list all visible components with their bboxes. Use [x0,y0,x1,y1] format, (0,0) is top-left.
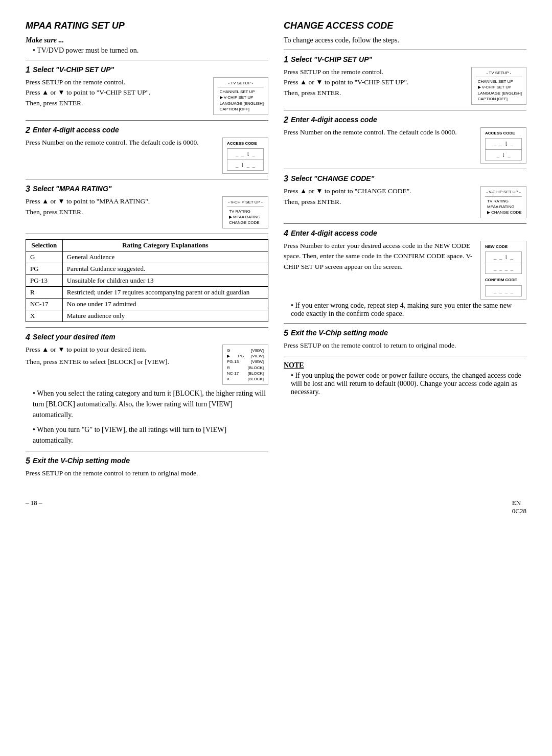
diag-item-channel: CHANNEL SET UP [218,89,264,95]
left-step-3: 3 Select "MPAA RATING" Press ▲ or ▼ to p… [26,185,268,228]
divider-3 [26,179,268,179]
left-step-1-diagram: - TV SETUP - CHANNEL SET UP ▶ V-CHIP SET… [213,77,268,115]
right-step-5: 5 Exit the V-Chip setting mode Press SET… [284,329,526,351]
left-step-3-text: Press ▲ or ▼ to point to "MPAA RATING". … [26,196,217,217]
diag-item-channel-r: CHANNEL SET UP [476,79,522,84]
right-divider-6 [284,356,526,356]
left-step-5: 5 Exit the V-Chip setting mode Press SET… [26,456,268,478]
diag-item-changecode-r: ▶ CHANGE CODE [485,210,522,215]
diag-item-change-code: CHANGE CODE [227,220,264,225]
right-intro: To change access code, follow the steps. [284,36,526,44]
page-container: MPAA RATING SET UP Make sure ... • TV/DV… [26,20,526,484]
right-step-4: 4 Enter 4-digit access code Press Number… [284,229,526,318]
table-row: PG-13 Unsuitable for children under 13 [26,275,268,287]
left-step-2-text: Press Number on the remote control. The … [26,138,217,148]
diag-row-g: G[VIEW] [227,348,264,353]
diag-item-tv-rating: TV RATING [227,209,264,214]
table-cell-desc: Unsuitable for children under 13 [62,275,268,287]
right-note: NOTE • If you unplug the power code or p… [284,361,526,396]
right-step-1-diag-header: - TV SETUP - [476,70,522,77]
right-divider-2 [284,110,526,110]
table-row: G General Audience [26,251,268,263]
right-step-3-heading: 3 Select "CHANGE CODE" [284,174,526,184]
table-row: PG Parental Guidance suggested. [26,263,268,275]
right-step-4-new-code-value: _ _ ⌊ _ [485,251,522,263]
right-step-3: 3 Select "CHANGE CODE" Press ▲ or ▼ to p… [284,174,526,218]
divider-2 [26,120,268,121]
left-step-5-heading: 5 Exit the V-Chip setting mode [26,456,268,466]
left-step-2-content: Press Number on the remote control. The … [26,138,268,174]
left-step-4-diagram: G[VIEW] ▶PG[VIEW] PG-13[VIEW] R[BLOCK] N… [222,345,268,385]
rating-table: Selection Rating Category Explanations G… [26,239,268,322]
left-step-2-diagram: ACCESS CODE _ _ ⌊ _ _ ⌊ _ _ [222,138,268,174]
footer-lang-code: EN 0C28 [512,499,526,515]
right-step-4-diagram: NEW CODE _ _ ⌊ _ _ _ _ _ CONFIRM CODE _ … [480,241,526,300]
divider-1 [26,60,268,60]
diag-item-language: LANGUAGE [ENGLISH] [218,101,264,106]
note-heading: NOTE [284,361,526,370]
left-step-3-content: Press ▲ or ▼ to point to "MPAA RATING". … [26,196,268,228]
left-step-4-bullet1: • When you select the rating category an… [33,388,268,420]
right-step-2: 2 Enter 4-digit access code Press Number… [284,116,526,164]
left-step-4-content: Press ▲ or ▼ to point to your desired it… [26,345,268,385]
right-step-1-heading: 1 Select "V-CHIP SET UP" [284,55,526,64]
table-cell-desc: Restricted; under 17 requires accompanyi… [62,287,268,299]
right-divider-3 [284,169,526,169]
diag-row-pg: ▶PG[VIEW] [227,353,264,359]
left-step-5-text: Press SETUP on the remote control to ret… [26,468,268,478]
left-step-1: 1 Select "V-CHIP SET UP" Press SETUP on … [26,65,268,115]
right-step-1-diagram: - TV SETUP - CHANNEL SET UP ▶ V-CHIP SET… [471,67,526,105]
page-footer: – 18 – EN 0C28 [26,499,526,515]
right-divider-4 [284,223,526,224]
table-cell-sel: PG-13 [26,275,63,287]
right-step-2-content: Press Number on the remote control. The … [284,127,526,164]
left-step-3-diagram: - V-CHIP SET UP - TV RATING ▶ MPAA RATIN… [222,196,268,228]
diag-item-caption: CAPTION [OFF] [218,106,264,112]
diag-item-language-r: LANGUAGE [ENGLISH] [476,90,522,96]
right-step-2-heading: 2 Enter 4-digit access code [284,116,526,125]
right-step-2-diagram: ACCESS CODE _ _ ⌊ _ _ ⌊ _ [480,127,526,164]
make-sure-bullet: • TV/DVD power must be turned on. [33,47,268,55]
right-step-2-diag-subvalue: _ ⌊ _ [485,150,522,161]
table-col2: Rating Category Explanations [62,240,268,251]
divider-6 [26,451,268,451]
right-step-4-bullet: • If you enter wrong code, repeat step 4… [291,302,526,318]
left-step-1-heading: 1 Select "V-CHIP SET UP" [26,65,268,75]
diag-row-x: X[BLOCK] [227,376,264,382]
right-step-1-text: Press SETUP on the remote control. Press… [284,67,466,98]
right-divider-1 [284,50,526,50]
right-step-2-diag-label: ACCESS CODE [485,130,522,136]
make-sure-heading: Make sure ... [26,36,268,44]
right-step-4-confirm-label: CONFIRM CODE [485,277,522,283]
left-step-2: 2 Enter 4-digit access code Press Number… [26,126,268,174]
left-step-4-heading: 4 Select your desired item [26,333,268,342]
left-step-3-heading: 3 Select "MPAA RATING" [26,185,268,194]
right-step-1-content: Press SETUP on the remote control. Press… [284,67,526,105]
right-step-1: 1 Select "V-CHIP SET UP" Press SETUP on … [284,55,526,105]
left-step-1-text: Press SETUP on the remote control. Press… [26,77,208,108]
table-cell-sel: NC-17 [26,299,63,310]
left-step-2-diag-subvalue: _ ⌊ _ _ [227,160,264,171]
right-step-3-diag-header: - V-CHIP SET UP - [485,189,522,196]
left-step-4-diag-list: G[VIEW] ▶PG[VIEW] PG-13[VIEW] R[BLOCK] N… [227,348,264,382]
table-cell-desc: General Audience [62,251,268,263]
diag-item-tvrating-r: TV RATING [485,198,522,204]
right-step-3-text: Press ▲ or ▼ to point to "CHANGE CODE". … [284,186,475,207]
diag-item-caption-r: CAPTION [OFF] [476,96,522,102]
left-step-1-diag-header: - TV SETUP - [218,80,264,87]
table-cell-desc: No one under 17 admitted [62,299,268,310]
left-step-2-diag-label: ACCESS CODE [227,141,264,146]
right-step-4-text: Press Number to enter your desired acces… [284,241,475,272]
diag-row-nc17: NC-17[BLOCK] [227,371,264,376]
right-step-4-content: Press Number to enter your desired acces… [284,241,526,300]
right-title: CHANGE ACCESS CODE [284,20,526,31]
divider-4 [26,234,268,234]
diag-item-vchip: ▶ V-CHIP SET UP [218,95,264,100]
left-step-4-bullet2: • When you turn "G" to [VIEW], the all r… [33,424,268,446]
right-step-3-content: Press ▲ or ▼ to point to "CHANGE CODE". … [284,186,526,218]
divider-5 [26,327,268,328]
left-step-4-text: Press ▲ or ▼ to point to your desired it… [26,345,217,368]
table-cell-desc: Mature audience only [62,310,268,322]
table-row: NC-17 No one under 17 admitted [26,299,268,310]
right-divider-5 [284,323,526,324]
